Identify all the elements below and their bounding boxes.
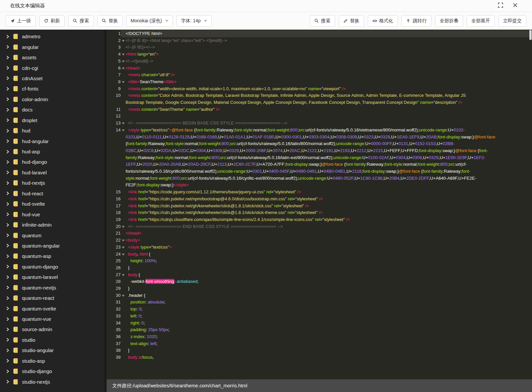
code-text[interactable]: family:Raleway;font-style:normal;font-we…	[126, 154, 532, 161]
sidebar-item-hud[interactable]: hud	[0, 125, 107, 136]
code-text[interactable]: height: 100%;	[126, 258, 532, 265]
goto-line-button[interactable]: 跳转行	[401, 15, 431, 27]
code-text[interactable]: 1EFF,U+2020,U+20A0-20AB,U+20AD-20CF,U+21…	[126, 161, 532, 168]
collapse-all-button[interactable]: 全部折叠	[435, 15, 463, 27]
fold-toggle[interactable]	[121, 79, 126, 86]
code-text[interactable]: <meta charset="utf-8" />	[126, 72, 532, 79]
code-text[interactable]: <link href="https://cdn.jsdelivr.net/npm…	[126, 196, 532, 203]
code-text[interactable]: <!--[if IE 8]> <html lang="en" class="ie…	[126, 37, 532, 44]
code-text[interactable]: right: 0;	[126, 320, 532, 327]
fullscreen-button[interactable]	[497, 3, 503, 9]
sidebar-item-studio-nextjs[interactable]: studio-nextjs	[0, 376, 107, 387]
sidebar-item-studio-angular[interactable]: studio-angular	[0, 345, 107, 355]
code-text[interactable]: fonts/s/raleway/5.0.16/cyrillic/800/norm…	[126, 168, 532, 175]
code-text[interactable]: }	[126, 285, 532, 292]
code-text[interactable]: left: 0;	[126, 313, 532, 320]
code-text[interactable]: <style type="text/css">@font-face {font-…	[126, 127, 532, 134]
code-text[interactable]: <html lang="en">	[126, 51, 532, 58]
fold-toggle[interactable]	[121, 120, 126, 127]
fold-toggle[interactable]	[121, 127, 126, 134]
replace-code-button[interactable]: 替换	[339, 15, 364, 27]
font-size-select[interactable]: 字体: 14p	[177, 15, 212, 27]
code-text[interactable]: <link href="https://cdn.jsdelivr.net/gh/…	[126, 203, 532, 210]
sidebar-item-quantum-laravel[interactable]: quantum-laravel	[0, 272, 107, 282]
sidebar-item-studio-django[interactable]: studio-django	[0, 366, 107, 376]
format-button[interactable]: <>格式化	[368, 15, 398, 27]
replace-button[interactable]: 替换	[97, 15, 123, 27]
code-text[interactable]	[126, 113, 532, 120]
sidebar-item-color-admin[interactable]: color-admin	[0, 94, 107, 104]
sidebar-item-assets[interactable]: assets	[0, 52, 107, 63]
code-text[interactable]: padding: 25px 50px;	[126, 326, 532, 333]
code-text[interactable]: <!--<![endif]-->	[126, 58, 532, 65]
sidebar-item-quantum[interactable]: quantum	[0, 230, 107, 240]
code-text[interactable]: z-index: 1020;	[126, 333, 532, 340]
code-text[interactable]: <head>	[126, 65, 532, 72]
fold-toggle[interactable]	[121, 272, 126, 279]
code-text[interactable]: <style type="text/css">	[126, 244, 532, 251]
code-text[interactable]: .header {	[126, 292, 532, 299]
fold-toggle[interactable]	[121, 292, 126, 299]
code-text[interactable]: <link href="https://cdnjs.cloudflare.com…	[126, 216, 532, 223]
sidebar-item-hud-angular[interactable]: hud-angular	[0, 136, 107, 146]
code-text[interactable]: <title>SeanTheme</title>	[126, 79, 532, 86]
code-text[interactable]: <body>	[126, 237, 532, 244]
code-text[interactable]: Bootstrap Template, Google Concept Desig…	[126, 99, 532, 106]
sidebar-item-cdnAsset[interactable]: cdnAsset	[0, 73, 107, 84]
sidebar-item-quantum-django[interactable]: quantum-django	[0, 262, 107, 272]
refresh-button[interactable]: 刷新	[39, 15, 65, 27]
sidebar-item-hud-vue[interactable]: hud-vue	[0, 209, 107, 219]
sidebar-item-cdn-cgi[interactable]: cdn-cgi	[0, 63, 107, 73]
sidebar-item-hud-laravel[interactable]: hud-laravel	[0, 167, 107, 178]
sidebar-item-source-admin[interactable]: source-admin	[0, 324, 107, 334]
sidebar-item-droplet[interactable]: droplet	[0, 115, 107, 125]
sidebar-item-quantum-angular[interactable]: quantum-angular	[0, 241, 107, 251]
code-text[interactable]: 0103,U+0110-0111,U+0128-0129,U+0168-0169…	[126, 134, 532, 141]
code-text[interactable]: body {	[126, 272, 532, 279]
sidebar-item-hud-django[interactable]: hud-django	[0, 157, 107, 167]
sidebar-item-quantum-asp[interactable]: quantum-asp	[0, 251, 107, 261]
code-text[interactable]: }	[126, 265, 532, 272]
sidebar-item-hud-svelte[interactable]: hud-svelte	[0, 199, 107, 209]
editor-scrollbar-thumb[interactable]	[529, 30, 532, 40]
code-editor[interactable]: 1<!DOCTYPE html>2<!--[if IE 8]> <html la…	[107, 30, 532, 392]
code-text[interactable]: body, html {	[126, 251, 532, 258]
sidebar-item-admetro[interactable]: admetro	[0, 31, 107, 42]
code-text[interactable]: FE2F;font-display:swap;}</style>	[126, 182, 532, 189]
code-text[interactable]: top: 0;	[126, 306, 532, 313]
code-text[interactable]: <link href="https://code.jquery.com/ui/1…	[126, 189, 532, 196]
sidebar-item-docs[interactable]: docs	[0, 104, 107, 115]
fold-toggle[interactable]	[121, 251, 126, 258]
code-text[interactable]: </head>	[126, 230, 532, 237]
search-code-button[interactable]: 搜索	[310, 15, 335, 27]
code-text[interactable]: <meta content="SeanTheme" name="author" …	[126, 106, 532, 113]
code-text[interactable]: <!DOCTYPE html>	[126, 30, 532, 37]
sidebar-item-hud-nextjs[interactable]: hud-nextjs	[0, 178, 107, 188]
fold-toggle[interactable]	[121, 223, 126, 230]
fold-toggle[interactable]	[121, 37, 126, 44]
sidebar-item-quantum-vue[interactable]: quantum-vue	[0, 314, 107, 324]
sidebar-item-studio[interactable]: studio	[0, 335, 107, 345]
code-text[interactable]: <meta content="Color Admin, Bootstrap Te…	[126, 92, 532, 99]
code-text[interactable]: style:normal;font-weight:800;src:url(cf-…	[126, 175, 532, 182]
sidebar-item-quantum-svelte[interactable]: quantum-svelte	[0, 303, 107, 313]
sidebar-item-quantum-nextjs[interactable]: quantum-nextjs	[0, 283, 107, 293]
fold-toggle[interactable]	[121, 58, 126, 65]
code-text[interactable]: {font-family:Raleway;font-style:normal;f…	[126, 140, 532, 147]
up-level-button[interactable]: 上一级	[6, 15, 36, 27]
fold-toggle[interactable]	[121, 65, 126, 72]
sidebar-item-cf-fonts[interactable]: cf-fonts	[0, 84, 107, 94]
code-text[interactable]: text-align: left;	[126, 340, 532, 347]
expand-all-button[interactable]: 全部展开	[467, 15, 495, 27]
code-text[interactable]: <link href="https://cdn.jsdelivr.net/gh/…	[126, 209, 532, 216]
code-text[interactable]: <!-- ================== END BASE CSS STY…	[126, 223, 532, 230]
fold-toggle[interactable]	[121, 237, 126, 244]
code-text[interactable]: <meta content="width=device-width, initi…	[126, 86, 532, 93]
fold-toggle[interactable]	[121, 51, 126, 58]
code-text[interactable]: <!-- ================== BEGIN BASE CSS S…	[126, 120, 532, 127]
code-text[interactable]: -webkit-font-smoothing: antialiased;	[126, 278, 532, 285]
sidebar-item-hud-asp[interactable]: hud-asp	[0, 146, 107, 157]
fold-toggle[interactable]	[121, 244, 126, 251]
sidebar-item-angular[interactable]: angular	[0, 42, 107, 52]
submit-button[interactable]: 立即提交	[498, 15, 526, 27]
